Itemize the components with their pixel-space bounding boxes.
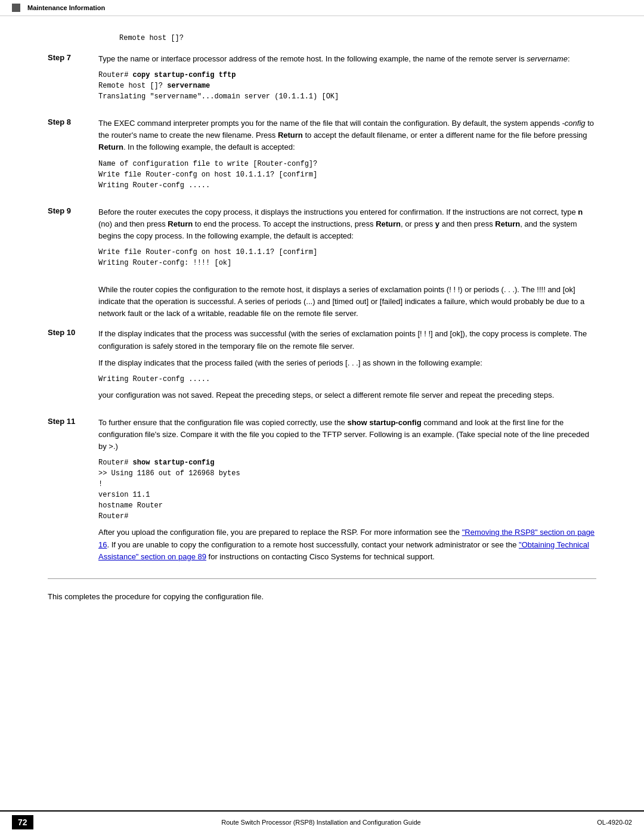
header-square-icon bbox=[12, 4, 20, 12]
step-11-code-line-2: >> Using 1186 out of 126968 bytes bbox=[98, 468, 596, 479]
step-7-content: Type the name or interface processor add… bbox=[98, 53, 596, 107]
step-8-content: The EXEC command interpreter prompts you… bbox=[98, 117, 596, 195]
step-7-code-line-1: Router# copy startup-config tftp bbox=[98, 70, 596, 80]
completion-text: This completes the procedure for copying… bbox=[48, 591, 596, 603]
step-8-code-line-3: Writing Router-confg ..... bbox=[98, 180, 596, 191]
section-divider bbox=[48, 578, 596, 579]
step-7-code-line-2: Remote host []? servername bbox=[98, 80, 596, 91]
step-11-text: To further ensure that the configuration… bbox=[98, 417, 596, 453]
step-8-code-line-1: Name of configuration file to write [Rou… bbox=[98, 159, 596, 169]
step-11-code-line-6: Router# bbox=[98, 511, 596, 522]
step-8-block: Step 8 The EXEC command interpreter prom… bbox=[48, 117, 596, 195]
page-wrapper: Maintenance Information Remote host []? … bbox=[0, 0, 644, 833]
step-11-code: Router# show startup-config >> Using 118… bbox=[98, 457, 596, 522]
step-9-code-line-1: Write file Router-confg on host 10.1.1.1… bbox=[98, 247, 596, 258]
footer-center-text: Route Switch Processor (RSP8) Installati… bbox=[45, 819, 597, 826]
step-11-code-line-1: Router# show startup-config bbox=[98, 457, 596, 468]
step-11-label: Step 11 bbox=[48, 417, 98, 568]
step-10-content: If the display indicates that the proces… bbox=[98, 328, 596, 406]
top-header: Maintenance Information bbox=[0, 0, 644, 16]
obtaining-assistance-link[interactable]: "Obtaining Technical Assistance" section… bbox=[98, 540, 589, 561]
step-9-body-para: While the router copies the configuratio… bbox=[98, 284, 596, 320]
step-11-code-line-4: version 11.1 bbox=[98, 490, 596, 500]
step-7-code: Router# copy startup-config tftp Remote … bbox=[98, 70, 596, 102]
header-title: Maintenance Information bbox=[27, 4, 105, 11]
step-10-text-1: If the display indicates that the proces… bbox=[98, 328, 596, 352]
step-7-code-line-3: Translating "servername"...domain server… bbox=[98, 91, 596, 102]
page-number: 72 bbox=[12, 815, 33, 829]
step-7-text: Type the name or interface processor add… bbox=[98, 53, 596, 65]
step-10-label: Step 10 bbox=[48, 328, 98, 406]
footer-right-text: OL-4920-02 bbox=[597, 819, 632, 826]
step-9-code-line-2: Writing Router-confg: !!!! [ok] bbox=[98, 258, 596, 268]
step-9-block: Step 9 Before the router executes the co… bbox=[48, 206, 596, 273]
step-10-trailing: your configuration was not saved. Repeat… bbox=[98, 389, 596, 401]
remote-host-initial-line: Remote host []? bbox=[119, 34, 596, 42]
step-11-code-line-3: ! bbox=[98, 479, 596, 490]
step-9-code: Write file Router-confg on host 10.1.1.1… bbox=[98, 247, 596, 268]
step-9-text: Before the router executes the copy proc… bbox=[98, 206, 596, 242]
step-7-block: Step 7 Type the name or interface proces… bbox=[48, 53, 596, 107]
step-10-code: Writing Router-confg ..... bbox=[98, 374, 596, 385]
step-11-code-line-5: hostname Router bbox=[98, 500, 596, 511]
step-9-content: Before the router executes the copy proc… bbox=[98, 206, 596, 273]
step-10-block: Step 10 If the display indicates that th… bbox=[48, 328, 596, 406]
step-8-code-line-2: Write file Router-confg on host 10.1.1.1… bbox=[98, 169, 596, 180]
step-11-block: Step 11 To further ensure that the confi… bbox=[48, 417, 596, 568]
step-8-text: The EXEC command interpreter prompts you… bbox=[98, 117, 596, 153]
step-10-text-2: If the display indicates that the proces… bbox=[98, 357, 596, 369]
step-11-trailing: After you upload the configuration file,… bbox=[98, 527, 596, 562]
step-10-code-line-1: Writing Router-confg ..... bbox=[98, 374, 596, 385]
step-7-label: Step 7 bbox=[48, 53, 98, 107]
step-11-content: To further ensure that the configuration… bbox=[98, 417, 596, 568]
page-footer: 72 Route Switch Processor (RSP8) Install… bbox=[0, 810, 644, 833]
main-content: Remote host []? Step 7 Type the name or … bbox=[0, 16, 644, 810]
step-8-code: Name of configuration file to write [Rou… bbox=[98, 159, 596, 191]
step-8-label: Step 8 bbox=[48, 117, 98, 195]
step-9-label: Step 9 bbox=[48, 206, 98, 273]
